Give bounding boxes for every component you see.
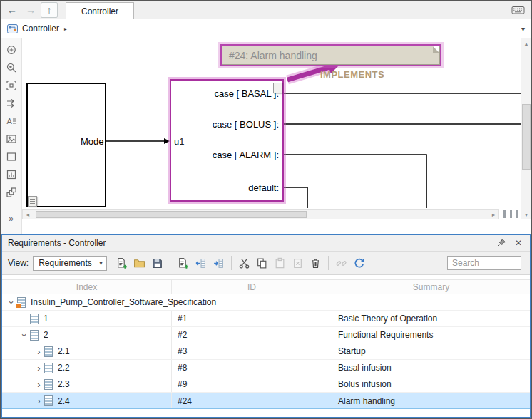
breadcrumb-arrow-icon[interactable]: ▸ [64, 26, 67, 32]
horizontal-scroll-thumb[interactable] [36, 211, 307, 218]
model-editor: A » [1, 38, 531, 234]
viewmark-button[interactable] [4, 167, 19, 182]
forward-icon: → [26, 4, 36, 16]
column-header-summary[interactable]: Summary [332, 280, 530, 294]
cut-button[interactable] [235, 254, 253, 271]
requirement-icon [30, 314, 39, 324]
req-row-2.1[interactable]: ›2.1#3Startup [2, 343, 530, 360]
search-input[interactable] [447, 256, 521, 270]
back-icon: ← [7, 4, 17, 16]
tab-controller[interactable]: Controller [66, 2, 134, 19]
requirements-toolbar: View: Requirements ▾ [2, 252, 530, 275]
req-cell-id: #9 [172, 376, 332, 392]
requirement-icon [44, 379, 53, 390]
back-button[interactable]: ← [4, 2, 21, 18]
zoom-in-icon [6, 44, 17, 56]
req-row-2[interactable]: ›2#2Functional Requirements [2, 327, 530, 343]
breadcrumb-item-controller[interactable]: Controller [22, 24, 59, 33]
view-dropdown-caret-icon: ▾ [99, 259, 103, 267]
requirement-icon [44, 395, 53, 406]
scroll-up-icon[interactable]: ▲ [524, 38, 529, 48]
zoom-in-button[interactable] [4, 42, 19, 58]
breadcrumb-dropdown-caret-icon[interactable]: ▾ [521, 25, 525, 33]
chevron-expanded-icon[interactable]: › [20, 330, 29, 341]
add-requirement-button[interactable] [174, 254, 192, 271]
block-badge-icon[interactable] [28, 196, 37, 207]
req-row-root[interactable]: ›Insulin_Pump_Controller_Software_Specif… [2, 294, 530, 311]
chevron-collapsed-icon[interactable]: › [34, 396, 44, 405]
save-button[interactable] [148, 254, 166, 271]
req-cell-id: #8 [172, 360, 332, 376]
pin-panel-button[interactable] [496, 237, 507, 249]
trash-icon [310, 257, 322, 269]
case-bolus-label: case [ BOLUS ]: [178, 119, 279, 130]
new-requirement-set-button[interactable] [113, 254, 131, 271]
scroll-right-icon[interactable]: ► [488, 212, 498, 217]
vertical-scroll-thumb[interactable] [522, 104, 531, 170]
annotation-icon: A [6, 115, 17, 127]
toolbar-separator [170, 256, 170, 270]
req-set-name: Insulin_Pump_Controller_Software_Specifi… [31, 297, 216, 307]
chevron-collapsed-icon[interactable]: › [34, 380, 44, 389]
copy-button[interactable] [253, 254, 271, 271]
view-label: View: [8, 258, 29, 268]
auto-arrange-button[interactable] [4, 95, 19, 111]
link-button[interactable] [332, 254, 350, 271]
magnifier-icon [6, 62, 17, 73]
requirement-badge-icon[interactable] [273, 83, 282, 93]
req-index-text: 2 [44, 330, 48, 340]
clear-icon [292, 257, 304, 269]
req-row-2.2[interactable]: ›2.2#8Basal infusion [2, 360, 530, 376]
case-basal-label: case [ BASAL ]: [178, 88, 279, 99]
more-tools-button[interactable]: » [4, 211, 19, 227]
req-cell-index: ›2.4 [2, 393, 172, 408]
column-header-index[interactable]: Index [2, 280, 172, 294]
mode-port-label: Mode [81, 136, 104, 147]
copy-icon [256, 257, 268, 269]
req-cell-summary: Bolus infusion [332, 376, 530, 392]
req-cell-index: ›2 [2, 327, 172, 343]
area-box-icon [6, 151, 17, 162]
zoom-button[interactable] [4, 60, 19, 76]
forward-button[interactable]: → [22, 2, 39, 18]
open-button[interactable] [131, 254, 148, 271]
chevron-collapsed-icon[interactable]: › [34, 363, 44, 373]
scroll-left-icon[interactable]: ◄ [23, 212, 33, 217]
paste-button[interactable] [271, 254, 289, 271]
req-cell-summary: Basal infusion [332, 360, 530, 376]
promote-requirement-button[interactable] [192, 254, 210, 271]
column-header-id[interactable]: ID [172, 280, 332, 294]
delete-button[interactable] [307, 254, 324, 271]
model-icon [7, 24, 18, 33]
refresh-button[interactable] [350, 254, 368, 271]
cut-icon [238, 257, 250, 269]
area-button[interactable] [4, 149, 19, 165]
vertical-scrollbar[interactable]: ▲ ▼ [521, 38, 531, 219]
req-index-text: 2.2 [58, 363, 70, 373]
req-row-2.4[interactable]: ›2.4#24Alarm handling [2, 393, 530, 409]
up-to-parent-button[interactable]: ↑ [41, 2, 58, 18]
clear-button[interactable] [289, 254, 307, 271]
horizontal-scrollbar[interactable]: ◄ ► [22, 210, 499, 219]
requirement-annotation[interactable]: #24: Alarm handling [222, 46, 440, 65]
requirement-icon [30, 330, 39, 341]
model-canvas[interactable]: Mode u1 case [ BASAL ]: case [ BOLUS ]: … [22, 38, 531, 234]
req-cell-summary: Basic Theory of Operation [332, 311, 530, 326]
chevron-collapsed-icon[interactable]: › [34, 347, 44, 356]
req-row-2.3[interactable]: ›2.3#9Bolus infusion [2, 376, 530, 393]
annotation-button[interactable]: A [4, 113, 19, 129]
requirement-icon [44, 346, 53, 357]
req-row-1[interactable]: 1#1Basic Theory of Operation [2, 311, 530, 327]
image-button[interactable] [4, 131, 19, 147]
close-panel-button[interactable]: ✕ [513, 237, 524, 249]
scroll-down-icon[interactable]: ▼ [524, 210, 529, 219]
fit-to-view-button[interactable] [4, 78, 19, 93]
demote-requirement-button[interactable] [210, 254, 227, 271]
toolbar-separator [328, 256, 329, 270]
library-button[interactable] [4, 185, 19, 200]
keyboard-shortcuts-button[interactable] [508, 3, 527, 17]
req-cell-index: 1 [2, 311, 172, 326]
annotation-text: #24: Alarm handling [229, 50, 317, 61]
paste-icon [274, 257, 286, 269]
view-dropdown[interactable]: Requirements ▾ [33, 256, 107, 271]
